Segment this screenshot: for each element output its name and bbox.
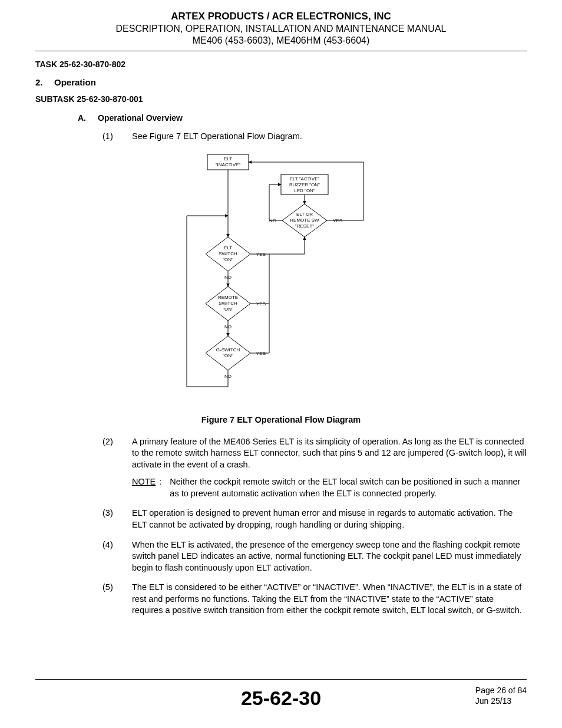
page: ARTEX PRODUCTS / ACR ELECTRONICS, INC DE… (0, 0, 562, 728)
svg-text:ELT: ELT (224, 245, 232, 251)
header-rule (35, 51, 527, 51)
note-row: NOTE: Neither the cockpit remote switch … (132, 476, 527, 499)
svg-text:SWITCH: SWITCH (219, 251, 237, 256)
page-footer: 25-62-30 Page 26 of 84 Jun 25/13 (35, 679, 527, 714)
item-1: (1) See Figure 7 ELT Operational Flow Di… (103, 131, 527, 143)
svg-text:"ON": "ON" (223, 257, 233, 262)
subsection-a: A. Operational Overview (78, 113, 527, 123)
header-line-1: ARTEX PRODUCTS / ACR ELECTRONICS, INC (35, 11, 527, 22)
task-id: TASK 25-62-30-870-802 (35, 60, 527, 69)
svg-text:REMOTE: REMOTE (218, 295, 238, 300)
section-title: Operation (54, 77, 96, 87)
item-3: (3) ELT operation is designed to prevent… (103, 508, 527, 531)
header-line-3: ME406 (453-6603), ME406HM (453-6604) (35, 35, 527, 46)
subtask-id: SUBTASK 25-62-30-870-001 (35, 94, 527, 104)
item-text: See Figure 7 ELT Operational Flow Diagra… (132, 131, 527, 143)
subsection-title: Operational Overview (98, 113, 183, 123)
note-label: NOTE (132, 476, 156, 499)
footer-section-number: 25-62-30 (241, 687, 321, 710)
flow-diagram-svg: ELT "INACTIVE" ELT "ACTIVE" BUZZER "ON" … (175, 151, 387, 404)
section-number: 2. (35, 77, 54, 87)
note-colon: : (159, 476, 161, 499)
item-4: (4) When the ELT is activated, the prese… (103, 539, 527, 574)
item-text: The ELT is considered to be either “ACTI… (132, 582, 527, 617)
item-text: When the ELT is activated, the presence … (132, 539, 527, 574)
item-text: A primary feature of the ME406 Series EL… (132, 437, 527, 469)
item-num: (2) (103, 436, 132, 500)
page-header: ARTEX PRODUCTS / ACR ELECTRONICS, INC DE… (35, 11, 527, 46)
svg-text:"ON": "ON" (223, 353, 233, 358)
note-text: Neither the cockpit remote switch or the… (170, 476, 527, 499)
item-5: (5) The ELT is considered to be either “… (103, 582, 527, 617)
section-heading: 2. Operation (35, 77, 527, 87)
subsection-letter: A. (78, 113, 98, 123)
svg-text:BUZZER "ON": BUZZER "ON" (289, 182, 320, 187)
item-num: (3) (103, 508, 132, 531)
flow-diagram: ELT "INACTIVE" ELT "ACTIVE" BUZZER "ON" … (35, 151, 527, 404)
svg-text:"ON": "ON" (223, 307, 233, 312)
svg-text:"INACTIVE": "INACTIVE" (216, 162, 241, 167)
svg-text:ELT "ACTIVE": ELT "ACTIVE" (290, 176, 320, 182)
svg-text:REMOTE SW: REMOTE SW (290, 218, 319, 223)
svg-text:"RESET": "RESET" (295, 223, 315, 229)
header-line-2: DESCRIPTION, OPERATION, INSTALLATION AND… (35, 24, 527, 34)
svg-text:ELT: ELT (224, 156, 232, 162)
item-text: ELT operation is designed to prevent hum… (132, 508, 527, 531)
svg-text:G-SWITCH: G-SWITCH (216, 347, 240, 353)
svg-text:LED "ON": LED "ON" (294, 188, 315, 193)
footer-rule (35, 679, 527, 680)
footer-page: Page 26 of 84 (475, 686, 527, 696)
item-num: (1) (103, 131, 132, 143)
svg-text:SWITCH: SWITCH (219, 301, 237, 306)
item-num: (4) (103, 539, 132, 574)
figure-caption: Figure 7 ELT Operational Flow Diagram (35, 415, 527, 424)
item-2: (2) A primary feature of the ME406 Serie… (103, 436, 527, 500)
footer-date: Jun 25/13 (475, 696, 527, 707)
item-num: (5) (103, 582, 132, 617)
svg-text:ELT OR: ELT OR (296, 212, 313, 217)
